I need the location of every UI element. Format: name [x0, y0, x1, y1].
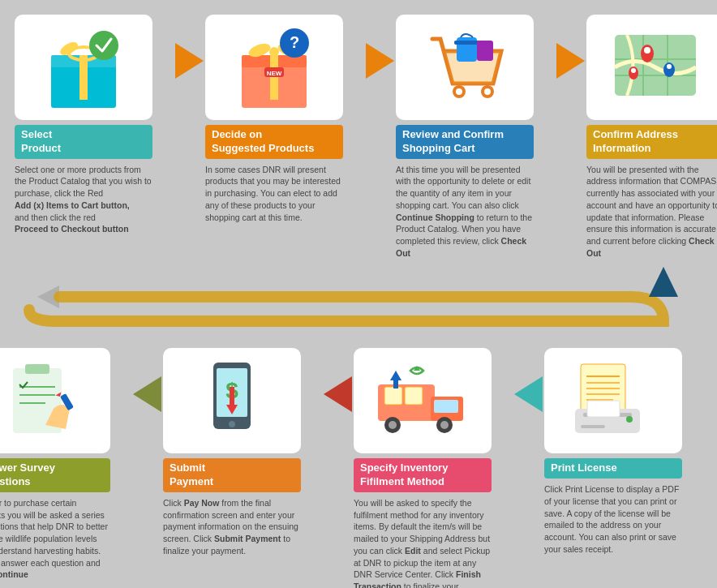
icon-confirm-address: [586, 15, 717, 120]
step-submit-payment: $ SubmitPayment Click Pay Now from the f…: [163, 348, 321, 556]
curve-section: [15, 263, 702, 332]
svg-rect-47: [581, 425, 605, 428]
arrow-3: [554, 15, 586, 79]
svg-point-12: [269, 47, 279, 57]
step1-desc: Select one or more products from the Pro…: [15, 164, 152, 235]
bottom-arrow-1: [512, 348, 544, 412]
svg-rect-50: [434, 400, 458, 413]
svg-point-54: [440, 421, 449, 429]
step6-title: Specify InventoryFifilment Method: [354, 458, 492, 492]
icon-submit-payment: $: [163, 348, 301, 453]
arrow-left-icon-1: [514, 376, 543, 412]
bottom-arrow-3: [131, 348, 163, 412]
svg-point-6: [89, 31, 118, 60]
svg-point-34: [631, 68, 636, 73]
step-decide-suggested: NEW ? Decide onSuggested Products In som…: [205, 15, 363, 223]
svg-point-20: [484, 88, 491, 95]
icon-review-cart: [396, 15, 534, 120]
step5-desc: Click Print License to display a PDF of …: [544, 483, 682, 555]
svg-rect-9: [270, 55, 278, 100]
step8-desc: In order to purchase certain products yo…: [0, 497, 110, 581]
step6-desc: You will be asked to specify the fulfilm…: [354, 497, 492, 588]
step-print-license: Print License Click Print License to dis…: [544, 348, 702, 555]
icon-answer-survey: [0, 348, 110, 453]
svg-rect-66: [25, 364, 49, 374]
svg-rect-2: [79, 55, 88, 100]
arrow-right-icon-2: [366, 43, 394, 79]
svg-rect-63: [230, 387, 234, 406]
step2-title: Decide onSuggested Products: [205, 125, 343, 159]
svg-rect-45: [587, 401, 620, 417]
bottom-arrow-2: [321, 348, 354, 412]
step5-title: Print License: [544, 458, 682, 479]
step7-title: SubmitPayment: [163, 458, 301, 492]
arrow-right-icon-1: [175, 43, 204, 79]
arrow-right-icon-3: [556, 43, 585, 79]
icon-decide-suggested: NEW ?: [205, 15, 343, 120]
main-container: SelectProduct Select one or more product…: [0, 0, 717, 588]
step2-desc: In some cases DNR will present products …: [205, 164, 343, 223]
arrow-left-icon-3: [133, 376, 161, 412]
svg-point-64: [229, 421, 235, 427]
top-section: SelectProduct Select one or more product…: [0, 0, 717, 259]
step-select-product: SelectProduct Select one or more product…: [15, 15, 173, 235]
step1-title: SelectProduct: [15, 125, 152, 159]
svg-point-30: [644, 47, 650, 54]
icon-print-license: [544, 348, 682, 453]
svg-rect-22: [454, 41, 479, 45]
svg-point-32: [667, 64, 672, 69]
step-review-cart: Review and ConfirmShopping Cart At this …: [396, 15, 554, 259]
svg-rect-56: [405, 387, 423, 405]
step-answer-survey: Answer SurveyQuestions In order to purch…: [0, 348, 131, 581]
step-specify-inventory: Specify InventoryFifilment Method You wi…: [354, 348, 512, 588]
step7-desc: Click Pay Now from the final confirmatio…: [163, 497, 301, 556]
svg-rect-23: [477, 41, 493, 61]
step8-title: Answer SurveyQuestions: [0, 458, 110, 492]
svg-point-18: [456, 88, 462, 95]
icon-specify-inventory: [354, 348, 492, 453]
arrow-left-icon-2: [324, 376, 352, 412]
step4-desc: You will be presented with the address i…: [586, 164, 717, 260]
svg-marker-36: [649, 267, 678, 297]
bottom-section: Print License Click Print License to dis…: [0, 332, 717, 588]
arrow-1: [173, 15, 205, 79]
step4-title: Confirm AddressInformation: [586, 125, 717, 159]
svg-rect-58: [393, 379, 398, 388]
curve-svg: [15, 263, 702, 332]
step3-title: Review and ConfirmShopping Cart: [396, 125, 534, 159]
svg-text:NEW: NEW: [267, 70, 282, 77]
svg-point-52: [389, 421, 397, 429]
svg-rect-55: [384, 387, 402, 405]
icon-select-product: [15, 15, 152, 120]
svg-point-46: [626, 416, 633, 423]
step3-desc: At this time you will be presented with …: [396, 164, 534, 260]
arrow-2: [363, 15, 396, 79]
step-confirm-address: Confirm AddressInformation You will be p…: [586, 15, 717, 259]
svg-text:?: ?: [290, 33, 299, 51]
